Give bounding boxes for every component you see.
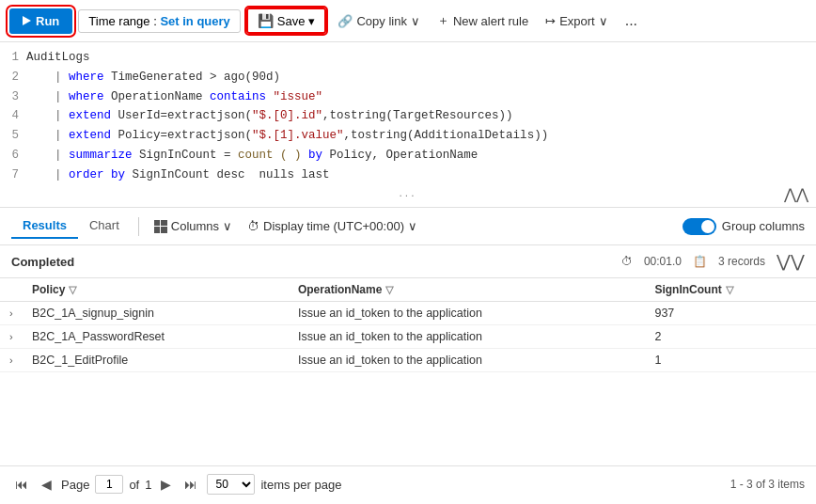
cell-operationname: Issue an id_token to the application <box>289 349 645 372</box>
records-icon: 📋 <box>693 255 707 268</box>
more-button[interactable]: ... <box>620 10 643 31</box>
cell-operationname: Issue an id_token to the application <box>289 302 645 325</box>
results-table: Policy ▽ OperationName ▽ SignInCount <box>0 278 816 372</box>
copylink-chevron-icon: ∨ <box>411 14 420 28</box>
cell-signincount: 937 <box>645 302 816 325</box>
status-bar: Completed ⏱ 00:01.0 📋 3 records ⋁⋁ <box>0 245 816 278</box>
clock-icon: ⏱ <box>247 219 259 233</box>
cell-policy: B2C_1A_signup_signin <box>23 302 289 325</box>
code-line-3: 3 | where OperationName contains "issue" <box>0 87 816 107</box>
code-editor[interactable]: 1 AuditLogs 2 | where TimeGenerated > ag… <box>0 42 816 208</box>
editor-expand-button[interactable]: ⋀⋀ <box>784 185 808 203</box>
duration-icon: ⏱ <box>621 255 633 268</box>
page-first-button[interactable]: ⏮ <box>11 475 32 494</box>
run-button[interactable]: Run <box>9 8 72 34</box>
export-icon: ↦ <box>545 14 556 28</box>
table-row: › B2C_1_EditProfile Issue an id_token to… <box>0 349 816 372</box>
code-line-7: 7 | order by SignInCount desc nulls last <box>0 165 816 185</box>
page-summary: 1 - 3 of 3 items <box>730 478 805 491</box>
display-time-label: Display time (UTC+00:00) <box>263 219 404 233</box>
row-expand-cell[interactable]: › <box>0 349 23 372</box>
th-expand <box>0 278 23 302</box>
columns-chevron-icon: ∨ <box>223 219 232 233</box>
per-page-label: items per page <box>260 478 341 492</box>
plus-icon: ＋ <box>437 12 449 29</box>
columns-label: Columns <box>171 219 219 233</box>
group-columns-toggle-wrap: Group columns <box>683 218 805 235</box>
display-time-button[interactable]: ⏱ Display time (UTC+00:00) ∨ <box>240 215 425 237</box>
row-expand-icon[interactable]: › <box>9 307 13 319</box>
timerange-value: Set in query <box>160 14 229 28</box>
code-line-4: 4 | extend UserId=extractjson("$.[0].id"… <box>0 106 816 126</box>
table-row: › B2C_1A_PasswordReset Issue an id_token… <box>0 325 816 349</box>
code-line-6: 6 | summarize SignInCount = count ( ) by… <box>0 146 816 165</box>
tab-chart[interactable]: Chart <box>78 213 131 239</box>
save-chevron-icon: ▾ <box>308 14 315 28</box>
of-value: 1 <box>145 478 151 492</box>
tab-results[interactable]: Results <box>11 213 78 239</box>
code-line-2: 2 | where TimeGenerated > ago(90d) <box>0 68 816 87</box>
export-chevron-icon: ∨ <box>599 14 608 28</box>
page-next-button[interactable]: ▶ <box>157 475 175 494</box>
status-right: ⏱ 00:01.0 📋 3 records ⋁⋁ <box>621 251 805 272</box>
group-columns-label: Group columns <box>722 219 805 233</box>
th-operationname: OperationName ▽ <box>289 278 645 302</box>
page-prev-button[interactable]: ◀ <box>38 475 55 494</box>
cell-signincount: 2 <box>645 325 816 349</box>
content-area: 1 AuditLogs 2 | where TimeGenerated > ag… <box>0 42 816 502</box>
per-page-select[interactable]: 50 100 200 <box>207 474 255 495</box>
signincount-filter-icon[interactable]: ▽ <box>726 284 733 296</box>
save-button[interactable]: 💾 Save ▾ <box>246 8 327 34</box>
copylink-label: Copy link <box>356 14 406 28</box>
toolbar: Run Time range : Set in query 💾 Save ▾ 🔗… <box>0 0 816 42</box>
page-last-button[interactable]: ⏭ <box>180 475 201 494</box>
expand-all-button[interactable]: ⋁⋁ <box>777 251 805 272</box>
link-icon: 🔗 <box>337 14 353 28</box>
row-expand-icon[interactable]: › <box>9 354 13 366</box>
columns-icon <box>154 220 167 233</box>
pagination: ⏮ ◀ Page of 1 ▶ ⏭ 50 100 200 items per p… <box>0 465 816 502</box>
cell-operationname: Issue an id_token to the application <box>289 325 645 349</box>
row-expand-cell[interactable]: › <box>0 325 23 349</box>
row-expand-icon[interactable]: › <box>9 331 13 342</box>
row-expand-cell[interactable]: › <box>0 302 23 325</box>
editor-ellipsis: ... <box>0 184 816 201</box>
policy-col-label: Policy <box>32 283 65 296</box>
copylink-button[interactable]: 🔗 Copy link ∨ <box>332 10 425 32</box>
timerange-prefix: Time range : <box>88 14 160 28</box>
alertrule-button[interactable]: ＋ New alert rule <box>432 8 534 33</box>
cell-signincount: 1 <box>645 349 816 372</box>
signincount-col-label: SignInCount <box>654 283 721 296</box>
cell-policy: B2C_1A_PasswordReset <box>23 325 289 349</box>
page-label: Page <box>61 478 89 492</box>
code-line-5: 5 | extend Policy=extractjson("$.[1].val… <box>0 126 816 146</box>
export-button[interactable]: ↦ Export ∨ <box>540 10 614 32</box>
table-area: Policy ▽ OperationName ▽ SignInCount <box>0 278 816 372</box>
th-policy: Policy ▽ <box>23 278 289 302</box>
page-input[interactable] <box>95 475 123 494</box>
display-time-chevron-icon: ∨ <box>408 219 417 233</box>
save-icon: 💾 <box>258 13 274 28</box>
save-label: Save <box>277 14 306 28</box>
code-line-1: 1 AuditLogs <box>0 48 816 68</box>
table-header-row: Policy ▽ OperationName ▽ SignInCount <box>0 278 816 302</box>
run-label: Run <box>36 14 59 28</box>
cell-policy: B2C_1_EditProfile <box>23 349 289 372</box>
record-count: 3 records <box>718 255 765 268</box>
alertrule-label: New alert rule <box>453 14 528 28</box>
of-label: of <box>129 478 139 492</box>
timerange-button[interactable]: Time range : Set in query <box>78 9 241 33</box>
duration-value: 00:01.0 <box>644 255 682 268</box>
tab-divider <box>138 217 139 236</box>
operationname-filter-icon[interactable]: ▽ <box>385 284 393 296</box>
th-signincount: SignInCount ▽ <box>645 278 816 302</box>
policy-filter-icon[interactable]: ▽ <box>69 284 76 296</box>
table-row: › B2C_1A_signup_signin Issue an id_token… <box>0 302 816 325</box>
status-completed: Completed <box>11 255 74 269</box>
columns-button[interactable]: Columns ∨ <box>147 215 240 237</box>
group-columns-toggle[interactable] <box>683 218 716 235</box>
operationname-col-label: OperationName <box>298 283 382 296</box>
results-bar: Results Chart Columns ∨ ⏱ Display time (… <box>0 208 816 245</box>
play-icon <box>23 16 31 25</box>
export-label: Export <box>559 14 595 28</box>
